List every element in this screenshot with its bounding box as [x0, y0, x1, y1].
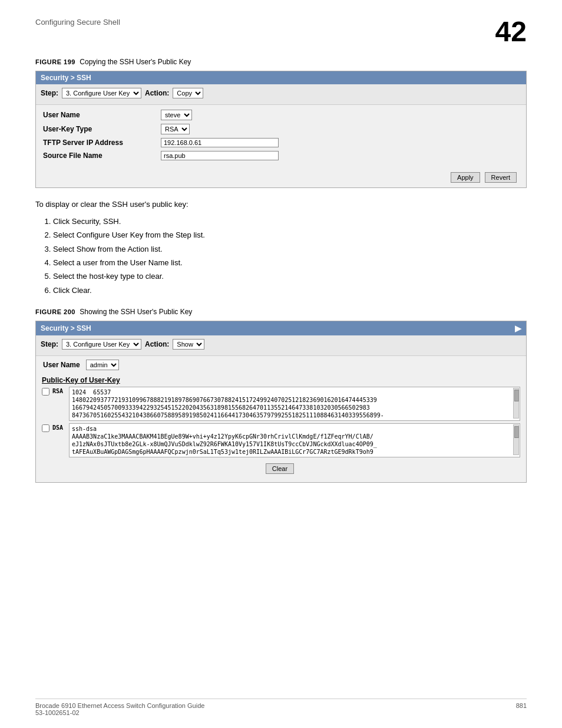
- tftp-input[interactable]: [161, 138, 279, 147]
- username-label-200: User Name: [43, 361, 80, 369]
- figure199-panel: Security > SSH Step: 3. Configure User K…: [35, 71, 527, 188]
- public-key-section: Public-Key of User-Key RSA 1024 65537 14…: [36, 373, 526, 482]
- username-select-200[interactable]: admin: [86, 360, 119, 370]
- figure199-btn-row: Apply Revert: [36, 169, 526, 187]
- figure199-step-bar: Step: 3. Configure User Key Action: Copy: [36, 84, 526, 105]
- username-select[interactable]: steve: [161, 110, 192, 120]
- panel-icon[interactable]: ▶: [515, 324, 521, 333]
- rsa-checkbox[interactable]: [42, 388, 49, 396]
- body-intro: To display or clear the SSH user's publi…: [35, 199, 527, 211]
- dsa-key-box[interactable]: ssh-dsa AAAAB3NzaC1ke3MAAACBAKM41BEgUe89…: [69, 423, 520, 457]
- figure200-btn-row: Clear: [42, 461, 520, 479]
- footer-right: 881: [516, 702, 527, 716]
- action-select[interactable]: Copy: [173, 88, 203, 98]
- action-select-200[interactable]: Show: [173, 339, 204, 350]
- revert-button[interactable]: Revert: [485, 172, 517, 183]
- figure200-label: FIGURE 200 Showing the SSH User's Public…: [35, 308, 527, 316]
- step-label-200: Step:: [41, 340, 58, 348]
- clear-button[interactable]: Clear: [266, 463, 294, 474]
- figure199-panel-title: Security > SSH: [36, 71, 526, 84]
- figure200-panel: Security > SSH ▶ Step: 3. Configure User…: [35, 321, 527, 483]
- step-label: Step:: [41, 89, 58, 97]
- rsa-key-box[interactable]: 1024 65537 14802209377721931099678882191…: [69, 387, 520, 421]
- step-item-4: Select a user from the User Name list.: [53, 256, 527, 269]
- figure200-panel-title: Security > SSH: [41, 324, 91, 332]
- chapter-title: Configuring Secure Shell: [35, 18, 120, 27]
- rsa-label: RSA: [52, 388, 63, 394]
- figure200-step-bar: Step: 3. Configure User Key Action: Show: [36, 335, 526, 356]
- step-item-1: Click Security, SSH.: [53, 215, 527, 228]
- step-select[interactable]: 3. Configure User Key: [62, 88, 141, 98]
- field-row-username: User Name steve: [43, 110, 519, 120]
- field-row-sourcefile: Source File Name: [43, 151, 519, 160]
- step-item-3: Select Show from the Action list.: [53, 242, 527, 256]
- action-label-200: Action:: [145, 340, 169, 348]
- rsa-key-table: RSA 1024 65537 1480220937772193109967888…: [42, 387, 520, 421]
- figure200-username-row: User Name admin: [36, 356, 526, 373]
- page-number: 42: [495, 18, 527, 46]
- figure199-label: FIGURE 199 Copying the SSH User's Public…: [35, 58, 527, 66]
- dsa-checkbox[interactable]: [42, 424, 49, 432]
- field-row-tftp: TFTP Server IP Address: [43, 138, 519, 147]
- step-item-2: Select Configure User Key from the Step …: [53, 228, 527, 242]
- step-item-5: Select the host-key type to clear.: [53, 269, 527, 283]
- page-footer: Brocade 6910 Ethernet Access Switch Conf…: [35, 699, 527, 716]
- step-item-6: Click Clear.: [53, 284, 527, 297]
- dsa-label: DSA: [52, 424, 63, 431]
- public-key-label: Public-Key of User-Key: [42, 376, 520, 384]
- keytype-select[interactable]: RSA: [161, 124, 190, 134]
- figure199-fields: User Name steve User-Key Type RSA TFTP S…: [36, 105, 526, 169]
- page-header: Configuring Secure Shell 42: [35, 18, 527, 46]
- action-label: Action:: [145, 89, 169, 97]
- steps-list: Click Security, SSH. Select Configure Us…: [53, 215, 527, 297]
- dsa-key-table: DSA ssh-dsa AAAAB3NzaC1ke3MAAACBAKM41BEg…: [42, 423, 520, 457]
- step-select-200[interactable]: 3. Configure User Key: [62, 339, 141, 350]
- field-row-keytype: User-Key Type RSA: [43, 124, 519, 134]
- footer-left: Brocade 6910 Ethernet Access Switch Conf…: [35, 702, 204, 716]
- sourcefile-input[interactable]: [161, 151, 279, 160]
- apply-button[interactable]: Apply: [451, 172, 480, 183]
